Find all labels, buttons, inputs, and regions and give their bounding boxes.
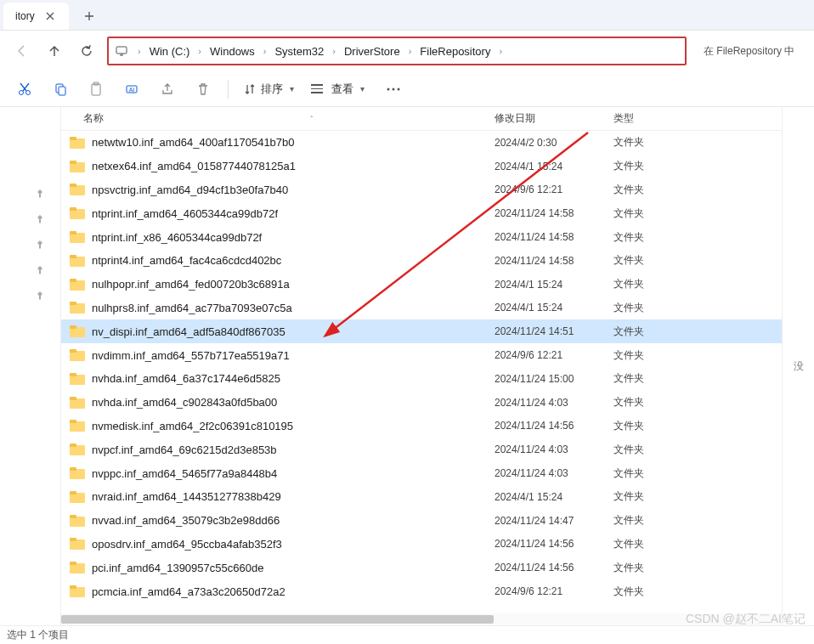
table-row[interactable]: ntprint.inf_x86_4605344ca99db72f2024/11/… [61,225,782,249]
folder-icon [70,349,85,361]
breadcrumb-item[interactable]: Win (C:) [146,43,194,59]
file-date: 2024/11/24 14:51 [495,325,613,337]
file-date: 2024/11/24 14:56 [495,538,613,550]
back-button[interactable] [7,36,37,66]
pc-icon [114,43,129,59]
horizontal-scrollbar[interactable] [61,613,782,625]
cut-button[interactable] [8,75,41,104]
table-row[interactable]: ntprint.inf_amd64_4605344ca99db72f2024/1… [61,201,782,225]
chevron-icon[interactable]: › [327,46,341,56]
chevron-icon[interactable]: › [193,46,206,56]
share-button[interactable] [151,75,184,104]
file-list[interactable]: netwtw10.inf_amd64_400af1170541b7b02024/… [61,131,782,625]
column-date[interactable]: 修改日期 [495,111,613,126]
file-type: 文件夹 [613,371,773,386]
table-row[interactable]: nulhprs8.inf_amd64_ac77ba7093e07c5a2024/… [61,297,782,320]
preview-text: 没 [794,359,804,374]
folder-icon [70,515,85,527]
copy-button[interactable] [44,75,76,104]
search-box[interactable]: 在 FileRepository 中 [697,37,807,65]
breadcrumb-item[interactable]: FileRepository [416,43,494,59]
search-placeholder: 在 FileRepository 中 [704,44,794,59]
file-name: ntprint.inf_x86_4605344ca99db72f [92,231,262,244]
chevron-icon[interactable]: › [494,46,507,56]
file-name: pcmcia.inf_amd64_a73a3c20650d72a2 [92,585,285,598]
table-row[interactable]: nulhpopr.inf_amd64_fed00720b3c6891a2024/… [61,273,782,297]
scrollbar-thumb[interactable] [61,615,494,624]
table-row[interactable]: nv_dispi.inf_amd64_adf5a840df8670352024/… [61,319,782,343]
refresh-button[interactable] [71,36,102,66]
chevron-icon[interactable]: › [258,46,272,56]
folder-icon [70,161,85,172]
sort-button[interactable]: 排序 ▾ [237,82,301,97]
file-name: nvvad.inf_amd64_35079c3b2e98dd66 [92,514,280,527]
table-row[interactable]: pci.inf_amd64_1390957c55c660de2024/11/24… [61,556,782,579]
view-button[interactable]: 查看 ▾ [304,82,371,97]
close-tab-icon[interactable] [43,9,57,23]
more-button[interactable] [375,75,412,104]
file-type: 文件夹 [613,513,773,528]
breadcrumb-item[interactable]: DriverStore [341,43,404,59]
file-date: 2024/11/24 4:03 [495,467,613,479]
file-date: 2024/11/24 4:03 [495,443,613,455]
separator [228,80,229,99]
chevron-icon[interactable]: › [133,46,146,56]
pin-icon[interactable] [35,265,48,279]
status-bar: 选中 1 个项目 [0,625,814,644]
folder-icon [70,207,85,219]
file-date: 2024/11/24 15:00 [495,373,613,385]
table-row[interactable]: nvdimm.inf_amd64_557b717ea5519a712024/9/… [61,343,782,367]
table-row[interactable]: npsvctrig.inf_amd64_d94cf1b3e0fa7b402024… [61,178,782,202]
rename-button[interactable]: AI [116,75,148,104]
paste-button[interactable] [80,75,112,104]
table-row[interactable]: nvpcf.inf_amd64_69c6215d2d3e853b2024/11/… [61,438,782,461]
table-row[interactable]: nvraid.inf_amd64_144351277838b4292024/4/… [61,485,782,509]
delete-button[interactable] [187,75,219,104]
folder-icon [70,562,85,573]
pin-icon[interactable] [35,240,48,253]
breadcrumb[interactable]: › Win (C:) › Windows › System32 › Driver… [107,37,687,65]
file-type: 文件夹 [613,159,773,173]
svg-point-1 [20,90,24,94]
folder-icon [70,279,85,291]
pin-icon[interactable] [35,291,48,304]
tab-active[interactable]: itory [3,3,69,30]
file-name: ntprint4.inf_amd64_fac4ca6cdcd402bc [92,254,281,267]
folder-icon [70,538,85,550]
column-type[interactable]: 类型 [613,111,773,126]
table-row[interactable]: nvppc.inf_amd64_5465f77a9a8448b42024/11/… [61,461,782,485]
toolbar: AI 排序 ▾ 查看 ▾ [0,71,814,107]
file-date: 2024/11/24 14:58 [495,231,613,243]
file-name: nulhpopr.inf_amd64_fed00720b3c6891a [92,278,290,291]
breadcrumb-item[interactable]: Windows [206,43,258,59]
table-row[interactable]: nvmedisk.inf_amd64_2f2c06391c8101952024/… [61,415,782,438]
breadcrumb-item[interactable]: System32 [271,43,327,59]
table-row[interactable]: nvhda.inf_amd64_c902843a0fd5ba002024/11/… [61,391,782,415]
folder-icon [70,255,85,267]
table-row[interactable]: nvvad.inf_amd64_35079c3b2e98dd662024/11/… [61,509,782,533]
table-row[interactable]: pcmcia.inf_amd64_a73a3c20650d72a22024/9/… [61,579,782,603]
table-row[interactable]: nvhda.inf_amd64_6a37c1744e6d58252024/11/… [61,367,782,391]
file-date: 2024/9/6 12:21 [495,184,613,195]
pin-icon[interactable] [35,214,48,228]
folder-icon [70,443,85,455]
chevron-icon[interactable]: › [404,46,417,56]
file-type: 文件夹 [613,277,773,291]
table-row[interactable]: ntprint4.inf_amd64_fac4ca6cdcd402bc2024/… [61,249,782,273]
file-type: 文件夹 [613,206,773,221]
table-row[interactable]: netxex64.inf_amd64_01587744078125a12024/… [61,155,782,178]
file-name: ntprint.inf_amd64_4605344ca99db72f [92,207,278,220]
file-pane: 名称 ˆ 修改日期 类型 netwtw10.inf_amd64_400af117… [61,107,782,625]
table-row[interactable]: oposdrv.inf_amd64_95ccba4afab352f32024/1… [61,533,782,556]
up-button[interactable] [39,36,70,66]
column-name[interactable]: 名称 ˆ [61,111,495,126]
file-type: 文件夹 [613,466,773,481]
file-type: 文件夹 [613,325,773,339]
chevron-down-icon: ▾ [290,84,294,93]
file-name: nv_dispi.inf_amd64_adf5a840df867035 [92,325,285,338]
table-row[interactable]: netwtw10.inf_amd64_400af1170541b7b02024/… [61,131,782,155]
new-tab-button[interactable] [76,3,103,30]
pin-icon[interactable] [35,189,48,202]
file-date: 2024/9/6 12:21 [495,585,613,597]
file-date: 2024/11/24 14:56 [495,420,613,432]
